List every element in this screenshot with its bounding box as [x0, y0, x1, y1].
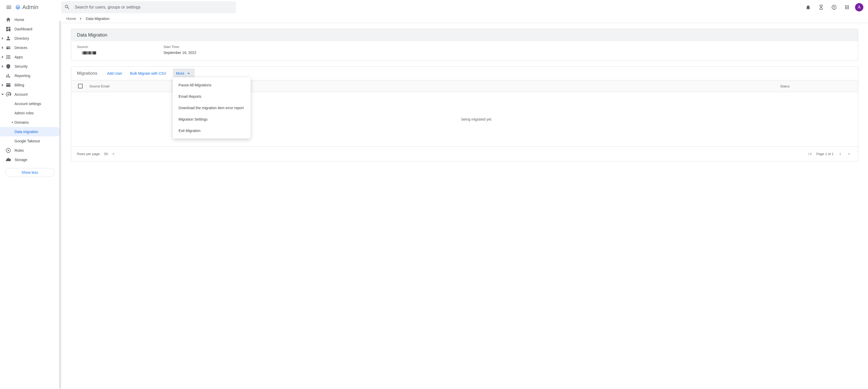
menu-item-migration-settings[interactable]: Migration Settings: [173, 114, 251, 125]
apps-icon: [5, 54, 11, 60]
sidebar-sub-admin-roles[interactable]: Admin roles: [0, 108, 61, 118]
more-button[interactable]: More Pause All Migrations Email Reports …: [173, 68, 194, 78]
sidebar-item-label: Account: [14, 92, 28, 96]
dashboard-icon: [5, 26, 11, 32]
breadcrumb-home[interactable]: Home: [66, 17, 76, 21]
migrations-card: Migrations Add User Bulk Migrate with CS…: [71, 66, 858, 161]
empty-state-text: being migrated yet.: [462, 117, 492, 121]
breadcrumb: Home Data Migration: [61, 15, 868, 23]
sidebar-item-directory[interactable]: Directory: [0, 34, 61, 43]
menu-item-exit-migration[interactable]: Exit Migration: [173, 125, 251, 136]
sidebar-item-apps[interactable]: Apps: [0, 52, 61, 62]
notifications-icon[interactable]: [802, 1, 814, 13]
cloud-icon: [5, 157, 11, 163]
brand-logo[interactable]: Admin: [15, 4, 38, 11]
billing-icon: [5, 82, 11, 88]
sidebar-item-storage[interactable]: Storage: [0, 155, 61, 164]
admin-logo-icon: [15, 4, 21, 10]
rows-per-page-label: Rows per page:: [77, 152, 100, 156]
more-button-label: More: [176, 71, 184, 76]
sidebar-sub-domains[interactable]: Domains: [0, 118, 61, 127]
shield-icon: [5, 63, 11, 70]
start-time-label: Start Time:: [163, 44, 196, 50]
sidebar-item-label: Security: [14, 64, 28, 68]
chevron-right-icon: [0, 52, 5, 62]
sidebar-sub-label: Data migration: [14, 130, 38, 134]
menu-item-pause-all[interactable]: Pause All Migrations: [173, 79, 251, 91]
sidebar-sub-label: Domains: [14, 120, 29, 124]
sidebar-item-billing[interactable]: Billing: [0, 80, 61, 90]
sidebar-item-label: Storage: [14, 158, 27, 162]
person-icon: [5, 35, 11, 41]
sidebar-item-label: Rules: [14, 148, 24, 152]
chevron-right-icon: [0, 43, 5, 52]
migration-summary-card: Data Migration Source: Start Time: Septe…: [71, 29, 858, 61]
next-page-icon[interactable]: [846, 151, 852, 157]
scrollbar[interactable]: [59, 21, 61, 389]
sidebar-item-label: Apps: [14, 55, 23, 59]
prev-page-icon[interactable]: [837, 151, 843, 157]
apps-grid-icon[interactable]: [841, 1, 853, 13]
more-menu: Pause All Migrations Email Reports Downl…: [173, 77, 251, 138]
rows-per-page-select[interactable]: 50: [104, 151, 116, 157]
sidebar-item-devices[interactable]: Devices: [0, 43, 61, 52]
chart-icon: [5, 73, 11, 79]
caret-down-icon: [111, 151, 116, 157]
sidebar-item-dashboard[interactable]: Dashboard: [0, 24, 61, 34]
menu-item-email-reports[interactable]: Email Reports: [173, 91, 251, 102]
table-footer: Rows per page: 50: [71, 146, 858, 161]
breadcrumb-current: Data Migration: [86, 17, 109, 21]
chevron-right-icon: [10, 119, 14, 125]
account-avatar[interactable]: A: [855, 3, 863, 11]
at-icon: [5, 91, 11, 98]
sidebar-item-home[interactable]: Home: [0, 15, 61, 24]
search-input[interactable]: [75, 5, 233, 9]
home-icon: [5, 17, 11, 23]
hamburger-menu-icon[interactable]: [3, 1, 15, 13]
page-text: Page 1 of 1: [816, 152, 834, 156]
menu-item-download-error-report[interactable]: Download the migration item error report: [173, 102, 251, 114]
sidebar-item-security[interactable]: Security: [0, 62, 61, 71]
rules-icon: [5, 147, 11, 154]
brand-text: Admin: [22, 4, 38, 11]
sidebar-sub-account-settings[interactable]: Account settings: [0, 99, 61, 108]
help-icon[interactable]: [828, 1, 840, 13]
sidebar-item-label: Reporting: [14, 74, 30, 78]
search-bar[interactable]: [61, 1, 236, 13]
chevron-right-icon: [78, 16, 84, 22]
rows-per-page-value: 50: [104, 152, 108, 156]
migrations-title: Migrations: [77, 71, 97, 76]
source-value-redacted: [82, 51, 96, 54]
sidebar-sub-data-migration[interactable]: Data migration: [0, 127, 61, 136]
chevron-down-icon: [0, 90, 5, 99]
sidebar-sub-label: Account settings: [14, 102, 41, 106]
first-page-icon[interactable]: [807, 151, 813, 157]
avatar-initial: A: [858, 5, 861, 9]
chevron-right-icon: [0, 62, 5, 71]
sidebar-item-reporting[interactable]: Reporting: [0, 71, 61, 80]
hourglass-icon[interactable]: [815, 1, 827, 13]
sidebar: Home Dashboard Directory: [0, 15, 61, 389]
sidebar-item-account[interactable]: Account: [0, 90, 61, 99]
caret-down-icon: [186, 71, 191, 76]
sidebar-item-label: Home: [14, 18, 24, 22]
show-less-label: Show less: [22, 170, 38, 174]
sidebar-sub-google-takeout[interactable]: Google Takeout: [0, 136, 61, 146]
sidebar-item-rules[interactable]: Rules: [0, 146, 61, 155]
source-label: Source:: [77, 44, 96, 50]
show-less-button[interactable]: Show less: [5, 168, 54, 177]
sidebar-item-label: Devices: [14, 46, 28, 50]
chevron-right-icon: [0, 34, 5, 43]
bulk-migrate-button[interactable]: Bulk Migrate with CSV: [129, 70, 167, 77]
add-user-button[interactable]: Add User: [106, 70, 123, 77]
search-icon: [64, 4, 70, 10]
sidebar-sub-label: Admin roles: [14, 111, 34, 115]
select-all-checkbox[interactable]: [78, 84, 83, 88]
sidebar-item-label: Billing: [14, 83, 24, 87]
column-status[interactable]: Status: [780, 84, 858, 88]
devices-icon: [5, 45, 11, 51]
card-title: Data Migration: [71, 29, 858, 41]
sidebar-sub-label: Google Takeout: [14, 139, 40, 143]
start-time-value: September 16, 2022: [163, 50, 196, 56]
sidebar-item-label: Directory: [14, 36, 29, 40]
